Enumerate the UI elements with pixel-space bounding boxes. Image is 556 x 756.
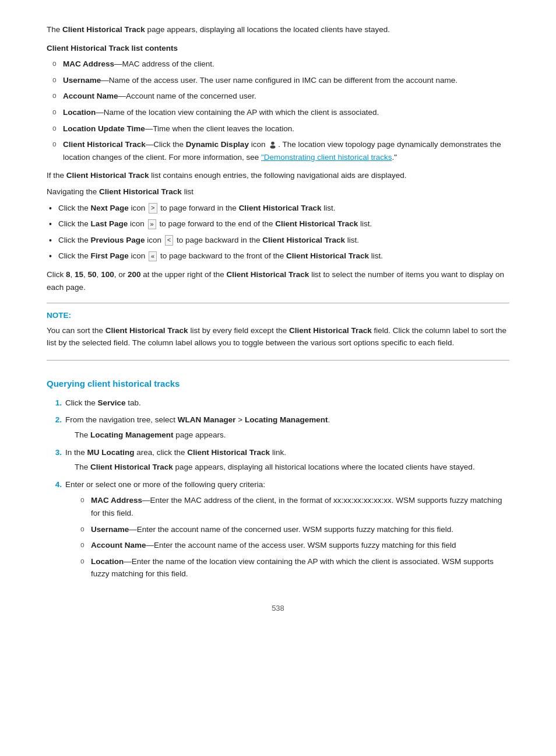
nav-first-text1: Click the — [58, 251, 91, 260]
nav-next-bold: Next Page — [91, 204, 129, 212]
nav-first-text2: icon — [129, 251, 147, 260]
nav-last-text1: Click the — [58, 219, 91, 228]
query-account-text: —Enter the account name of the access us… — [146, 541, 456, 550]
nav-next-text3: to page forward in the — [159, 204, 239, 212]
click-15: 15 — [75, 270, 83, 279]
nav-prev-bold: Previous Page — [91, 236, 145, 244]
location-update-text: —Time when the client leaves the locatio… — [145, 124, 294, 133]
note-text: You can sort the Client Historical Track… — [47, 324, 509, 349]
note-box: NOTE: You can sort the Client Historical… — [47, 303, 509, 360]
nav-item-first: Click the First Page icon « to page back… — [47, 250, 509, 262]
query-username-bold: Username — [91, 525, 129, 534]
client-track-text2: icon — [249, 140, 268, 149]
click-50: 50 — [88, 270, 97, 279]
query-account-bold: Account Name — [91, 541, 146, 550]
nav-heading: Navigating the Client Historical Track l… — [47, 186, 509, 198]
step-2-text1: From the navigation tree, select — [65, 415, 178, 424]
nav-prev-bold2: Client Historical Track — [262, 236, 345, 244]
intro-bold1: Client Historical Track — [62, 25, 145, 34]
step-2: 2. From the navigation tree, select WLAN… — [47, 414, 509, 441]
nav-list: Click the Next Page icon > to page forwa… — [47, 202, 509, 262]
nav-prev-text2: icon — [145, 236, 164, 244]
location-bold: Location — [63, 108, 96, 117]
click-numbers-paragraph: Click 8, 15, 50, 100, or 200 at the uppe… — [47, 268, 509, 293]
query-mac: MAC Address—Enter the MAC address of the… — [75, 494, 509, 519]
account-bold: Account Name — [63, 92, 118, 100]
steps-list: 1. Click the Service tab. 2. From the na… — [47, 397, 509, 580]
query-location-bold: Location — [91, 557, 124, 566]
intro-text1: The — [47, 25, 62, 34]
list-items: MAC Address—MAC address of the client. U… — [47, 58, 509, 163]
step-2-num: 2. — [47, 414, 62, 426]
nav-last-text2: icon — [128, 219, 146, 228]
account-text: —Account name of the concerned user. — [118, 92, 256, 100]
step-4: 4. Enter or select one or more of the fo… — [47, 478, 509, 580]
prev-page-icon: < — [165, 235, 173, 245]
mac-text: —MAC address of the client. — [114, 60, 214, 68]
step-3-text1: In the — [65, 448, 87, 457]
nav-prev-text4: list. — [345, 236, 359, 244]
list-item-mac: MAC Address—MAC address of the client. — [47, 58, 509, 71]
location-update-bold: Location Update Time — [63, 124, 145, 133]
next-page-icon: > — [149, 203, 157, 213]
click-8: 8 — [66, 270, 71, 279]
step-1-bold: Service — [98, 398, 126, 407]
click-text2: at the upper right of the — [140, 270, 226, 279]
client-track-bold: Client Historical Track — [63, 140, 146, 149]
step-4-sub: MAC Address—Enter the MAC address of the… — [65, 494, 509, 580]
page-container: The Client Historical Track page appears… — [0, 0, 556, 648]
click-200: 200 — [128, 270, 141, 279]
step-4-text1: Enter or select one or more of the follo… — [65, 480, 265, 489]
nav-next-text4: list. — [321, 204, 335, 212]
click-text1: Click — [47, 270, 66, 279]
step-3: 3. In the MU Locating area, click the Cl… — [47, 446, 509, 474]
nav-bold: Client Historical Track — [99, 187, 182, 196]
query-username: Username—Enter the account name of the c… — [75, 523, 509, 536]
nav-last-bold: Last Page — [91, 219, 128, 228]
click-or: , or — [114, 270, 128, 279]
step-1-text1: Click the — [65, 398, 98, 407]
step-2-bold2: Locating Management — [245, 415, 328, 424]
query-account: Account Name—Enter the account name of t… — [75, 539, 509, 552]
nav-item-prev: Click the Previous Page icon < to page b… — [47, 234, 509, 247]
dynamic-display-bold: Dynamic Display — [186, 140, 249, 149]
step-1: 1. Click the Service tab. — [47, 397, 509, 410]
step-3-sub: The Client Historical Track page appears… — [65, 461, 509, 474]
step-2-sub-text: The Locating Management page appears. — [75, 429, 509, 442]
step-4-num: 4. — [47, 478, 62, 491]
last-page-icon: » — [148, 219, 156, 229]
click-cht: Client Historical Track — [227, 270, 309, 279]
list-item-client-track: Client Historical Track—Click the Dynami… — [47, 138, 509, 163]
if-paragraph: If the Client Historical Track list cont… — [47, 169, 509, 182]
nav-last-text4: list. — [358, 219, 372, 228]
step-3-num: 3. — [47, 446, 62, 459]
click-100: 100 — [101, 270, 114, 279]
list-item-location-update: Location Update Time—Time when the clien… — [47, 123, 509, 135]
intro-text2: page appears, displaying all locations t… — [145, 25, 390, 34]
query-location: Location—Enter the name of the location … — [75, 555, 509, 580]
step-2-bold1: WLAN Manager — [178, 415, 236, 424]
click-comma1: , — [71, 270, 75, 279]
query-mac-bold: MAC Address — [91, 496, 142, 505]
nav-next-bold2: Client Historical Track — [239, 204, 322, 212]
list-item-location: Location—Name of the location view conta… — [47, 106, 509, 119]
client-track-text1: —Click the — [146, 140, 186, 149]
list-heading: Client Historical Track list contents — [47, 42, 509, 55]
intro-paragraph: The Client Historical Track page appears… — [47, 23, 509, 36]
step-3-sub2: page appears, displaying all historical … — [173, 463, 475, 471]
step-2-sub: The Locating Management page appears. — [65, 429, 509, 442]
step-3-text3: link. — [270, 448, 286, 457]
section-title: Querying client historical tracks — [47, 377, 509, 391]
user-icon — [269, 141, 277, 149]
nav-first-bold: First Page — [91, 251, 129, 260]
svg-point-0 — [271, 141, 275, 145]
demo-link[interactable]: "Demonstrating client historical tracks — [261, 153, 392, 162]
note-label: NOTE: — [47, 309, 509, 322]
if-text1: If the — [47, 171, 66, 180]
step-3-sub-bold: Client Historical Track — [90, 463, 173, 471]
step-2-sub-bold: Locating Management — [90, 430, 174, 439]
client-track-text4: ." — [392, 153, 397, 162]
click-comma3: , — [97, 270, 101, 279]
if-bold: Client Historical Track — [66, 171, 149, 180]
list-item-username: Username—Name of the access user. The us… — [47, 74, 509, 87]
